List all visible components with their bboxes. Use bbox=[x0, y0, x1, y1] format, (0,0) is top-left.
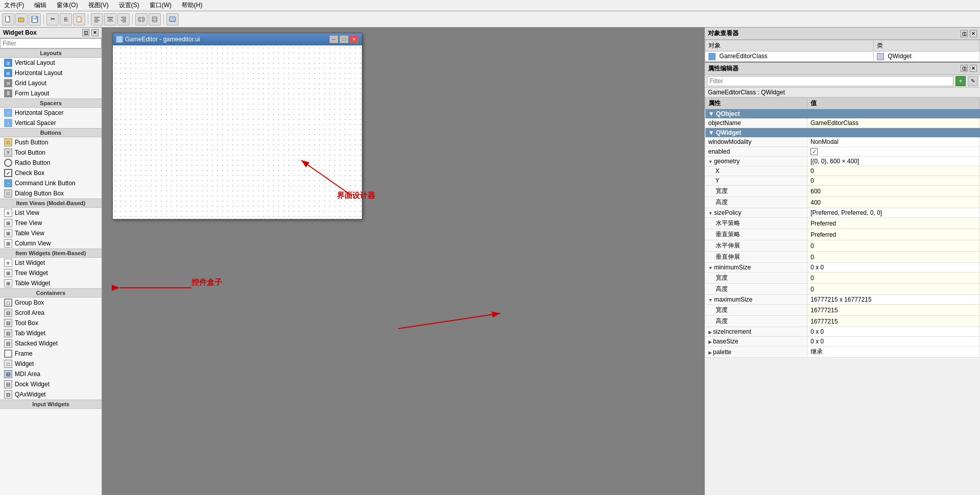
widget-box-close-button[interactable]: ✕ bbox=[91, 29, 99, 36]
adjust-h-button[interactable] bbox=[135, 13, 148, 26]
prop-row-horizontal-stretch[interactable]: 水平伸展 0 bbox=[705, 240, 980, 252]
prop-editor-float-button[interactable]: ◫ bbox=[961, 65, 968, 72]
prop-row-minwidth[interactable]: 宽度 0 bbox=[705, 273, 980, 284]
prop-value-x[interactable]: 0 bbox=[807, 166, 980, 176]
widget-item-tool-button[interactable]: T Tool Button bbox=[0, 147, 102, 158]
prop-row-x[interactable]: X 0 bbox=[705, 166, 980, 176]
widget-item-list-widget[interactable]: ≡ List Widget bbox=[0, 258, 102, 268]
align-center-button[interactable] bbox=[104, 13, 116, 26]
widget-item-check-box[interactable]: ✓ Check Box bbox=[0, 168, 102, 178]
prop-editor-close-button[interactable]: ✕ bbox=[970, 65, 977, 72]
obj-inspector-close-button[interactable]: ✕ bbox=[970, 30, 977, 37]
prop-value-horizontal-stretch[interactable]: 0 bbox=[807, 240, 980, 252]
form-close-button[interactable]: ✕ bbox=[350, 35, 359, 43]
prop-row-width[interactable]: 宽度 600 bbox=[705, 186, 980, 197]
widget-item-dialog-button[interactable]: □ Dialog Button Box bbox=[0, 188, 102, 199]
paste-button[interactable]: 📋 bbox=[73, 13, 85, 26]
widget-item-horizontal-layout[interactable]: ▤ Horizontal Layout bbox=[0, 68, 102, 78]
widget-item-tab-widget[interactable]: ⊟ Tab Widget bbox=[0, 328, 102, 338]
prop-row-height[interactable]: 高度 400 bbox=[705, 197, 980, 208]
prop-value-vertical-policy[interactable]: Preferred bbox=[807, 229, 980, 240]
prop-value-windowmodality[interactable]: NonModal bbox=[807, 137, 980, 147]
prop-value-height[interactable]: 400 bbox=[807, 197, 980, 208]
widget-item-vertical-layout[interactable]: ▥ Vertical Layout bbox=[0, 58, 102, 68]
widget-item-vertical-spacer[interactable]: ↕ Vertical Spacer bbox=[0, 118, 102, 128]
prop-value-vertical-stretch[interactable]: 0 bbox=[807, 252, 980, 263]
widget-item-dock-widget[interactable]: ⊟ Dock Widget bbox=[0, 379, 102, 389]
prop-row-windowmodality[interactable]: windowModality NonModal bbox=[705, 137, 980, 147]
menu-help[interactable]: 帮助(H) bbox=[180, 1, 205, 10]
widget-item-table-widget[interactable]: ⊞ Table Widget bbox=[0, 278, 102, 288]
adjust-v-button[interactable] bbox=[149, 13, 161, 26]
prop-value-maxheight[interactable]: 16777215 bbox=[807, 316, 980, 327]
prop-row-enabled[interactable]: enabled ✓ bbox=[705, 146, 980, 157]
prop-value-minwidth[interactable]: 0 bbox=[807, 273, 980, 284]
prop-row-vertical-stretch[interactable]: 垂直伸展 0 bbox=[705, 252, 980, 263]
widget-item-column-view[interactable]: ⊞ Column View bbox=[0, 238, 102, 249]
table-row[interactable]: GameEditorClass QWidget bbox=[705, 52, 980, 62]
widget-item-stacked-widget[interactable]: ⊟ Stacked Widget bbox=[0, 338, 102, 349]
widget-item-tool-box[interactable]: ⊟ Tool Box bbox=[0, 318, 102, 328]
widget-item-qax-widget[interactable]: ⊟ QAxWidget bbox=[0, 389, 102, 400]
menu-window[interactable]: 窗口(W) bbox=[148, 1, 174, 10]
form-content[interactable] bbox=[113, 45, 362, 219]
prop-row-minimumsize[interactable]: minimumSize 0 x 0 bbox=[705, 263, 980, 273]
prop-value-y[interactable]: 0 bbox=[807, 176, 980, 186]
widget-item-table-view[interactable]: ⊞ Table View bbox=[0, 228, 102, 238]
widget-item-radio-button[interactable]: Radio Button bbox=[0, 158, 102, 168]
new-button[interactable] bbox=[2, 13, 14, 26]
menu-file[interactable]: 文件(F) bbox=[2, 1, 26, 10]
prop-row-objectname[interactable]: objectName GameEditorClass bbox=[705, 118, 980, 128]
prop-name-sizepolicy[interactable]: sizePolicy bbox=[705, 208, 807, 218]
enabled-checkbox[interactable]: ✓ bbox=[811, 148, 818, 155]
prop-row-minheight[interactable]: 高度 0 bbox=[705, 284, 980, 295]
widget-item-list-view[interactable]: ≡ List View bbox=[0, 208, 102, 218]
widget-item-tree-widget[interactable]: ⊞ Tree Widget bbox=[0, 268, 102, 278]
menu-form[interactable]: 窗体(O) bbox=[55, 1, 80, 10]
widget-item-widget[interactable]: □ Widget bbox=[0, 359, 102, 369]
prop-row-vertical-policy[interactable]: 垂直策略 Preferred bbox=[705, 229, 980, 240]
widget-item-push-button[interactable]: □ Push Button bbox=[0, 137, 102, 147]
property-edit-button[interactable]: ✎ bbox=[968, 76, 978, 86]
prop-row-geometry[interactable]: geometry [(0, 0), 600 × 400] bbox=[705, 157, 980, 166]
obj-inspector-float-button[interactable]: ◫ bbox=[961, 30, 968, 37]
property-filter-input[interactable] bbox=[707, 76, 953, 86]
widget-box-float-button[interactable]: ◫ bbox=[82, 29, 89, 36]
widget-item-frame[interactable]: Frame bbox=[0, 349, 102, 359]
widget-item-tree-view[interactable]: ⊞ Tree View bbox=[0, 218, 102, 228]
prop-row-palette[interactable]: palette 继承 bbox=[705, 346, 980, 358]
widget-item-horizontal-spacer[interactable]: ↔ Horizontal Spacer bbox=[0, 108, 102, 118]
widget-box-filter[interactable] bbox=[0, 38, 102, 48]
prop-name-geometry[interactable]: geometry bbox=[705, 157, 807, 166]
prop-row-y[interactable]: Y 0 bbox=[705, 176, 980, 186]
prop-row-maxheight[interactable]: 高度 16777215 bbox=[705, 316, 980, 327]
preview-button[interactable] bbox=[166, 13, 179, 26]
prop-value-horizontal-policy[interactable]: Preferred bbox=[807, 218, 980, 229]
prop-row-maximumsize[interactable]: maximumSize 16777215 x 16777215 bbox=[705, 295, 980, 305]
prop-name-sizeincrement[interactable]: sizeIncrement bbox=[705, 327, 807, 337]
save-button[interactable] bbox=[29, 13, 41, 26]
form-maximize-button[interactable]: □ bbox=[339, 35, 349, 43]
copy-button[interactable]: ⎘ bbox=[60, 13, 72, 26]
prop-row-horizontal-policy[interactable]: 水平策略 Preferred bbox=[705, 218, 980, 229]
menu-view[interactable]: 视图(V) bbox=[86, 1, 111, 10]
widget-item-form-layout[interactable]: ≣ Form Layout bbox=[0, 88, 102, 98]
prop-value-minheight[interactable]: 0 bbox=[807, 284, 980, 295]
prop-name-palette[interactable]: palette bbox=[705, 346, 807, 358]
property-add-button[interactable]: + bbox=[955, 76, 966, 86]
form-minimize-button[interactable]: ─ bbox=[329, 35, 338, 43]
menu-settings[interactable]: 设置(S) bbox=[117, 1, 141, 10]
widget-item-grid-layout[interactable]: ⊞ Grid Layout bbox=[0, 78, 102, 88]
cut-button[interactable]: ✂ bbox=[46, 13, 59, 26]
prop-value-width[interactable]: 600 bbox=[807, 186, 980, 197]
prop-row-sizepolicy[interactable]: sizePolicy [Preferred, Preferred, 0, 0] bbox=[705, 208, 980, 218]
prop-value-maxwidth[interactable]: 16777215 bbox=[807, 305, 980, 316]
widget-item-mdi-area[interactable]: ⊟ MDI Area bbox=[0, 369, 102, 379]
prop-name-maximumsize[interactable]: maximumSize bbox=[705, 295, 807, 305]
prop-value-enabled[interactable]: ✓ bbox=[807, 146, 980, 157]
prop-value-objectname[interactable]: GameEditorClass bbox=[807, 118, 980, 128]
widget-item-group-box[interactable]: □ Group Box bbox=[0, 298, 102, 308]
open-button[interactable] bbox=[15, 13, 28, 26]
align-left-button[interactable] bbox=[91, 13, 103, 26]
prop-row-maxwidth[interactable]: 宽度 16777215 bbox=[705, 305, 980, 316]
